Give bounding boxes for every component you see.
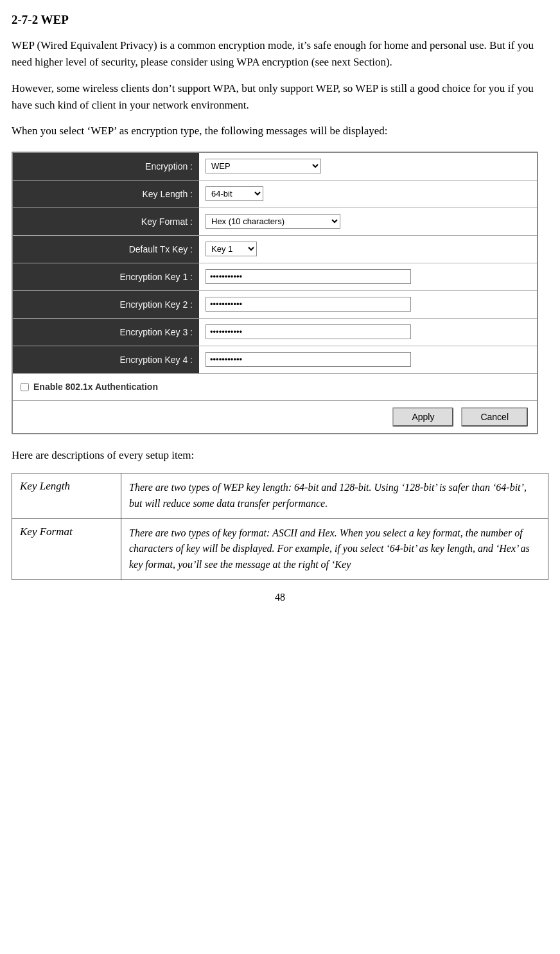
enc-key1-label: Encryption Key 1 : xyxy=(13,263,199,290)
page-heading: 2-7-2 WEP xyxy=(12,13,548,27)
button-row: Apply Cancel xyxy=(13,401,537,433)
key-format-label: Key Format : xyxy=(13,208,199,235)
default-tx-key-select[interactable]: Key 1 Key 2 Key 3 Key 4 xyxy=(206,242,257,256)
enc-key3-value-cell xyxy=(199,321,537,343)
default-tx-key-value-cell: Key 1 Key 2 Key 3 Key 4 xyxy=(199,238,537,260)
description-table: Key LengthThere are two types of WEP key… xyxy=(12,473,548,580)
apply-button[interactable]: Apply xyxy=(392,407,453,427)
enc-key2-value-cell xyxy=(199,293,537,315)
paragraph-2: However, some wireless clients don’t sup… xyxy=(12,80,548,114)
enc-key3-input[interactable] xyxy=(206,324,411,339)
enc-key3-label: Encryption Key 3 : xyxy=(13,319,199,346)
encryption-value-cell: WEP WPA WPA2 Disable xyxy=(199,155,537,177)
default-tx-key-label: Default Tx Key : xyxy=(13,236,199,263)
key-length-value-cell: 64-bit 128-bit xyxy=(199,182,537,205)
enc-key2-label: Encryption Key 2 : xyxy=(13,291,199,318)
key-length-row: Key Length : 64-bit 128-bit xyxy=(13,181,537,208)
encryption-label: Encryption : xyxy=(13,153,199,180)
enc-key2-input[interactable] xyxy=(206,297,411,312)
enc-key4-value-cell xyxy=(199,348,537,371)
default-tx-key-row: Default Tx Key : Key 1 Key 2 Key 3 Key 4 xyxy=(13,236,537,263)
key-format-value-cell: Hex (10 characters) ASCII (5 characters)… xyxy=(199,210,537,233)
checkbox-label: Enable 802.1x Authentication xyxy=(33,382,158,392)
wep-form: Encryption : WEP WPA WPA2 Disable Key Le… xyxy=(12,152,538,434)
key-format-select[interactable]: Hex (10 characters) ASCII (5 characters)… xyxy=(206,214,340,229)
desc-value: There are two types of WEP key length: 6… xyxy=(121,473,548,519)
enc-key4-label: Encryption Key 4 : xyxy=(13,346,199,373)
checkbox-row: Enable 802.1x Authentication xyxy=(13,374,537,401)
enc-key1-value-cell xyxy=(199,265,537,288)
page-number: 48 xyxy=(12,592,548,603)
encryption-row: Encryption : WEP WPA WPA2 Disable xyxy=(13,153,537,181)
desc-key: Key Length xyxy=(12,473,121,519)
enc-key4-row: Encryption Key 4 : xyxy=(13,346,537,374)
enable-8021x-checkbox[interactable] xyxy=(21,383,29,391)
paragraph-3: When you select ‘WEP’ as encryption type… xyxy=(12,123,548,139)
paragraph-1: WEP (Wired Equivalent Privacy) is a comm… xyxy=(12,37,548,71)
key-length-label: Key Length : xyxy=(13,181,199,208)
enc-key4-input[interactable] xyxy=(206,352,411,367)
key-length-select[interactable]: 64-bit 128-bit xyxy=(206,186,263,201)
encryption-select[interactable]: WEP WPA WPA2 Disable xyxy=(206,159,321,173)
enc-key1-row: Encryption Key 1 : xyxy=(13,263,537,291)
desc-row: Key FormatThere are two types of key for… xyxy=(12,518,548,579)
enc-key2-row: Encryption Key 2 : xyxy=(13,291,537,319)
desc-intro: Here are descriptions of every setup ite… xyxy=(12,447,548,464)
desc-key: Key Format xyxy=(12,518,121,579)
desc-value: There are two types of key format: ASCII… xyxy=(121,518,548,579)
key-format-row: Key Format : Hex (10 characters) ASCII (… xyxy=(13,208,537,236)
enc-key3-row: Encryption Key 3 : xyxy=(13,319,537,346)
cancel-button[interactable]: Cancel xyxy=(461,407,528,427)
enc-key1-input[interactable] xyxy=(206,269,411,284)
desc-row: Key LengthThere are two types of WEP key… xyxy=(12,473,548,519)
